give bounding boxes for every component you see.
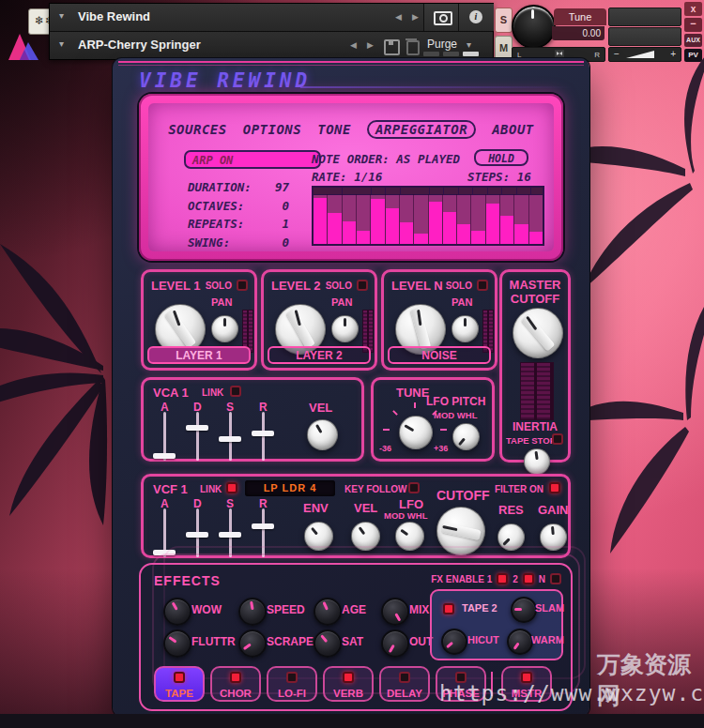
- tab-tone[interactable]: TONE: [317, 122, 351, 139]
- rate-row[interactable]: RATE: 1/16: [312, 170, 382, 184]
- levelN-pan-knob[interactable]: [451, 315, 479, 342]
- prev-library-icon[interactable]: ◀: [395, 12, 402, 22]
- delete-snapshot-icon[interactable]: [406, 40, 420, 55]
- tape-stop-checkbox[interactable]: [552, 433, 563, 445]
- purge-dropdown-icon[interactable]: ▾: [467, 39, 471, 50]
- fx-lofi-checkbox[interactable]: [286, 672, 298, 683]
- slam-knob[interactable]: [511, 597, 537, 623]
- fx-tape-checkbox[interactable]: [174, 672, 185, 683]
- hicut-knob[interactable]: [441, 629, 467, 655]
- close-button[interactable]: x: [684, 2, 702, 16]
- mix-knob[interactable]: [381, 598, 409, 626]
- purge-menu[interactable]: Purge: [427, 38, 457, 51]
- arp-step-column[interactable]: [400, 194, 414, 244]
- speed-knob[interactable]: [238, 598, 267, 626]
- collapse-library-icon[interactable]: ▾: [59, 10, 64, 21]
- layer2-button[interactable]: LAYER 2: [268, 346, 371, 364]
- filter-on-checkbox[interactable]: [549, 482, 560, 493]
- next-library-icon[interactable]: ▶: [412, 12, 419, 22]
- collapse-instrument-icon[interactable]: ▾: [59, 38, 64, 49]
- flutter-knob[interactable]: [163, 629, 191, 658]
- aux-button[interactable]: AUX: [684, 34, 702, 47]
- pv-button[interactable]: PV: [684, 49, 702, 62]
- steps-row[interactable]: STEPS: 16: [467, 170, 531, 184]
- hold-button[interactable]: HOLD: [474, 149, 528, 166]
- layer1-button[interactable]: LAYER 1: [147, 346, 251, 364]
- fx-enable-2-checkbox[interactable]: [523, 573, 534, 584]
- arp-step-graph[interactable]: [312, 186, 544, 246]
- fx-tab-lofi[interactable]: LO-FI: [267, 666, 317, 702]
- vca-sustain-slider[interactable]: [219, 412, 241, 461]
- arp-step-column[interactable]: [471, 194, 485, 244]
- arp-step-column[interactable]: [500, 194, 514, 244]
- tab-options[interactable]: OPTIONS: [243, 122, 302, 139]
- snapshot-view-button[interactable]: [423, 4, 459, 31]
- vca-vel-knob[interactable]: [307, 419, 338, 450]
- next-snapshot-icon[interactable]: ▶: [367, 40, 374, 50]
- param-value[interactable]: 0: [282, 235, 289, 250]
- arp-step-column[interactable]: [386, 194, 400, 244]
- instrument-tune-knob[interactable]: [399, 416, 433, 449]
- fx-tab-delay[interactable]: DELAY: [379, 666, 430, 702]
- fx-tab-tape[interactable]: TAPE: [154, 666, 205, 702]
- level2-solo-checkbox[interactable]: [357, 280, 368, 291]
- out-knob[interactable]: [381, 629, 409, 658]
- arp-step-column[interactable]: [443, 194, 457, 244]
- rate-value[interactable]: 1/16: [354, 170, 382, 184]
- fx-delay-checkbox[interactable]: [399, 672, 410, 683]
- solo-button[interactable]: S: [495, 8, 513, 33]
- vcf-link-checkbox[interactable]: [226, 482, 237, 493]
- tune-value[interactable]: 0.00: [552, 26, 605, 40]
- param-value[interactable]: 97: [275, 180, 289, 194]
- scrape-knob[interactable]: [238, 629, 267, 658]
- tape2-checkbox[interactable]: [443, 603, 454, 614]
- fx-tab-verb[interactable]: VERB: [323, 666, 374, 702]
- fx-verb-checkbox[interactable]: [343, 672, 354, 683]
- arp-step-column[interactable]: [414, 194, 428, 244]
- arp-step-column[interactable]: [357, 194, 371, 244]
- note-order-row[interactable]: NOTE ORDER: AS PLAYED: [312, 152, 460, 166]
- arp-step-column[interactable]: [514, 194, 528, 244]
- mute-button[interactable]: M: [495, 36, 513, 61]
- volume-slider[interactable]: − +: [608, 47, 681, 62]
- level1-pan-knob[interactable]: [211, 315, 238, 342]
- arp-step-column[interactable]: [343, 194, 357, 244]
- arp-on-button[interactable]: ARP ON: [184, 150, 321, 169]
- tab-arpeggiator[interactable]: ARPEGGIATOR: [367, 120, 476, 139]
- vca-decay-slider[interactable]: [186, 412, 208, 461]
- level2-pan-knob[interactable]: [331, 315, 359, 342]
- param-swing[interactable]: SWING:0: [188, 235, 289, 254]
- arp-step-column[interactable]: [371, 194, 385, 244]
- prev-snapshot-icon[interactable]: ◀: [350, 40, 357, 50]
- key-follow-checkbox[interactable]: [408, 482, 420, 493]
- arp-step-column[interactable]: [429, 194, 443, 244]
- vca-attack-slider[interactable]: [153, 412, 176, 461]
- lfo-pitch-knob[interactable]: [452, 423, 480, 450]
- fx-chorus-checkbox[interactable]: [230, 672, 241, 683]
- note-order-value[interactable]: AS PLAYED: [396, 152, 460, 166]
- level1-solo-checkbox[interactable]: [237, 280, 248, 291]
- filter-type-display[interactable]: LP LDR 4: [245, 480, 335, 496]
- master-cutoff-knob[interactable]: [513, 308, 563, 358]
- warm-knob[interactable]: [507, 629, 533, 655]
- param-octaves[interactable]: OCTAVES:0: [188, 199, 289, 218]
- vca-release-slider[interactable]: [252, 412, 274, 461]
- param-value[interactable]: 0: [282, 199, 289, 213]
- fx-tab-chorus[interactable]: CHOR: [210, 666, 261, 702]
- levelN-solo-checkbox[interactable]: [477, 280, 488, 291]
- arp-step-column[interactable]: [486, 194, 500, 244]
- tab-sources[interactable]: SOURCES: [168, 122, 227, 139]
- param-duration[interactable]: DURATION:97: [188, 180, 289, 199]
- minimize-button[interactable]: −: [684, 18, 702, 32]
- arp-step-column[interactable]: [314, 194, 328, 244]
- age-knob[interactable]: [314, 598, 342, 626]
- fx-enable-n-checkbox[interactable]: [550, 573, 561, 584]
- arp-step-column[interactable]: [328, 194, 342, 244]
- param-repeats[interactable]: REPEATS:1: [188, 217, 289, 235]
- tab-about[interactable]: ABOUT: [492, 122, 534, 139]
- steps-value[interactable]: 16: [517, 170, 531, 184]
- noise-button[interactable]: NOISE: [388, 346, 491, 364]
- arp-step-column[interactable]: [529, 194, 543, 244]
- inertia-knob[interactable]: [524, 448, 550, 475]
- save-snapshot-icon[interactable]: [384, 39, 400, 55]
